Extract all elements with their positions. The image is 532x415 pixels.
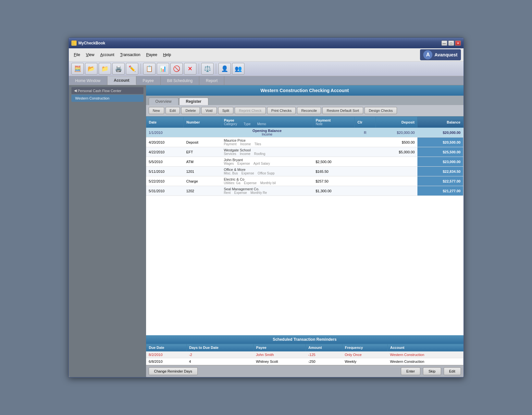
- right-panel: Western Construction Checking Account Ov…: [146, 85, 464, 377]
- close-button[interactable]: ✕: [455, 41, 461, 46]
- menu-help[interactable]: Help: [160, 52, 174, 58]
- toolbar-chart[interactable]: 📊: [157, 63, 169, 75]
- cell-balance: $22,834.50: [417, 167, 463, 176]
- cell-clr: [355, 167, 376, 176]
- toolbar-sep-3: [216, 64, 216, 74]
- menu-account[interactable]: Account: [98, 52, 117, 58]
- toolbar-open-folder[interactable]: 📂: [85, 63, 97, 75]
- cell-balance: $20,000.00: [417, 128, 463, 137]
- toolbar: 🧮 📂 📁 🖨️ ✏️ 📋 📊 🚫 ✕ ⚖️ 👤 👥: [69, 62, 464, 76]
- btn-enter[interactable]: Enter: [401, 367, 420, 375]
- minimize-button[interactable]: —: [441, 41, 447, 46]
- cell-date: 4/22/2010: [146, 147, 184, 157]
- btn-new[interactable]: New: [149, 107, 164, 114]
- sidebar-item-western-construction[interactable]: Western Construction: [71, 95, 143, 102]
- sched-cell-days: -2: [186, 351, 253, 358]
- sidebar-item-label: Western Construction: [75, 96, 110, 100]
- cell-payment: $2,500.00: [313, 157, 355, 167]
- cell-date: 5/31/2010: [146, 186, 184, 196]
- menu-payee[interactable]: Payee: [143, 52, 160, 58]
- cell-balance: $22,577.00: [417, 176, 463, 186]
- table-row[interactable]: 1/1/2010 Opening Balance Income R $20,00…: [146, 128, 463, 137]
- tab-bill-scheduling[interactable]: Bill Scheduling: [161, 76, 200, 85]
- cell-date: 4/20/2010: [146, 137, 184, 147]
- btn-delete[interactable]: Delete: [181, 107, 200, 114]
- cell-clr: [355, 157, 376, 167]
- toolbar-edit[interactable]: ✏️: [126, 63, 138, 75]
- title-bar: 📒 MyCheckBook — □ ✕: [69, 38, 464, 48]
- sched-cell-due-date: 8/2/2010: [146, 351, 186, 358]
- app-icon: 📒: [71, 41, 77, 46]
- toolbar-folder[interactable]: 📁: [99, 63, 111, 75]
- toolbar-no[interactable]: 🚫: [170, 63, 183, 75]
- table-row[interactable]: 5/22/2010 Charge Electric & Co Utilities…: [146, 176, 463, 186]
- btn-void[interactable]: Void: [201, 107, 217, 114]
- cell-date: 5/22/2010: [146, 176, 184, 186]
- app-title: MyCheckBook: [79, 41, 105, 45]
- maximize-button[interactable]: □: [448, 41, 454, 46]
- scheduled-row[interactable]: 8/2/2010 -2 John Smith -125 Only Once We…: [146, 351, 463, 358]
- btn-change-reminder-days[interactable]: Change Reminder Days: [149, 367, 198, 375]
- table-row[interactable]: 5/31/2010 1202 Seal Management Co. Rent …: [146, 186, 463, 196]
- sidebar-section-arrow: ◀: [74, 89, 77, 93]
- cell-number: Charge: [184, 176, 221, 186]
- tab-account[interactable]: Account: [107, 76, 136, 85]
- btn-design-checks[interactable]: Design Checks: [365, 107, 397, 114]
- table-row[interactable]: 4/20/2010 Deposit Maurice Price Payment …: [146, 137, 463, 147]
- bottom-bar: Change Reminder Days Enter Skip Edit: [146, 365, 464, 377]
- btn-restore-default-sort[interactable]: Restore Default Sort: [322, 107, 363, 114]
- toolbar-list[interactable]: 📋: [143, 63, 155, 75]
- sidebar-section: ◀ Personal Cash Flow Center Western Cons…: [69, 85, 146, 104]
- btn-reconcile[interactable]: Reconcile: [297, 107, 321, 114]
- app-window: 📒 MyCheckBook — □ ✕ File View Account Tr…: [68, 37, 464, 378]
- sub-tab-bar: Overview Register: [146, 96, 464, 105]
- cell-payee: Electric & Co Utilities: Ga Expense Mont…: [221, 176, 313, 186]
- toolbar-person[interactable]: 👤: [218, 63, 231, 75]
- sub-tab-register[interactable]: Register: [179, 98, 208, 105]
- sched-cell-account: Western Construction: [388, 351, 463, 358]
- header-date: Date: [146, 117, 184, 128]
- menu-file[interactable]: File: [71, 52, 83, 58]
- cell-number: ATM: [184, 157, 221, 167]
- page-title: Western Construction Checking Account: [146, 85, 464, 96]
- btn-edit-bottom[interactable]: Edit: [444, 367, 461, 375]
- btn-split[interactable]: Split: [218, 107, 233, 114]
- title-bar-left: 📒 MyCheckBook: [71, 41, 105, 46]
- toolbar-calculator[interactable]: 🧮: [71, 63, 84, 75]
- btn-skip[interactable]: Skip: [423, 367, 441, 375]
- scheduled-section: Scheduled Transaction Reminders Due Date…: [146, 335, 464, 365]
- btn-print-checks[interactable]: Print Checks: [267, 107, 296, 114]
- table-row[interactable]: 5/5/2010 ATM John Bryant Wages Expense A…: [146, 157, 463, 167]
- toolbar-print[interactable]: 🖨️: [112, 63, 125, 75]
- tab-home-window[interactable]: Home Window: [69, 76, 107, 85]
- toolbar-scale[interactable]: ⚖️: [201, 63, 214, 75]
- header-payment-note: Payment Note: [313, 117, 355, 128]
- toolbar-people[interactable]: 👥: [232, 63, 244, 75]
- btn-reprint-check[interactable]: Reprint Check: [235, 107, 266, 114]
- cell-clr: [355, 186, 376, 196]
- header-deposit: Deposit: [376, 117, 417, 128]
- sched-header-frequency: Frequency: [342, 344, 387, 351]
- toolbar-sep-1: [141, 64, 141, 74]
- scheduled-row[interactable]: 6/8/2010 4 Whitney Scott -250 Weekly Wes…: [146, 358, 463, 365]
- sidebar-section-header[interactable]: ◀ Personal Cash Flow Center: [71, 87, 143, 94]
- scheduled-title: Scheduled Transaction Reminders: [146, 335, 464, 344]
- tab-payee[interactable]: Payee: [136, 76, 161, 85]
- menu-transaction[interactable]: Transaction: [118, 52, 143, 58]
- tab-report[interactable]: Report: [199, 76, 224, 85]
- menu-view[interactable]: View: [83, 52, 97, 58]
- cell-payee: Westgate School Services Income Roofing: [221, 147, 313, 157]
- sched-header-amount: Amount: [306, 344, 342, 351]
- table-row[interactable]: 4/22/2010 EFT Westgate School Services I…: [146, 147, 463, 157]
- cell-payment: [313, 147, 355, 157]
- sched-cell-frequency: Only Once: [342, 351, 387, 358]
- sched-header-payee: Payee: [254, 344, 306, 351]
- cell-number: 1201: [184, 167, 221, 176]
- btn-edit[interactable]: Edit: [166, 107, 180, 114]
- toolbar-close-x[interactable]: ✕: [184, 63, 196, 75]
- menu-bar: File View Account Transaction Payee Help…: [69, 48, 464, 62]
- table-row[interactable]: 5/11/2010 1201 Office & More Misc. Bus E…: [146, 167, 463, 176]
- sched-cell-payee: Whitney Scott: [254, 358, 306, 365]
- toolbar-sep-2: [199, 64, 199, 74]
- sub-tab-overview[interactable]: Overview: [149, 98, 179, 105]
